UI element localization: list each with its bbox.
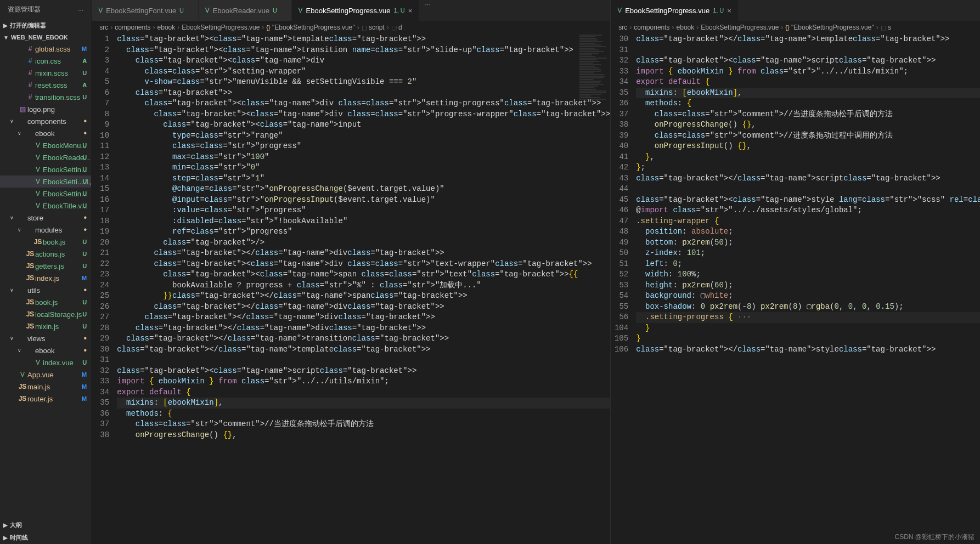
sidebar: 资源管理器 ··· ▶ 打开的编辑器 ▼ WEB_NEW_EBOOK #glob… (0, 0, 92, 544)
chevron-right-icon: ▶ (3, 522, 8, 528)
tree-item[interactable]: ∨modules• (0, 224, 91, 236)
sidebar-title: 资源管理器 (8, 5, 41, 14)
tab-overflow-icon[interactable]: ··· (419, 0, 436, 21)
breadcrumb-item[interactable]: {} "EbookSettingProgress.vue" (785, 24, 874, 31)
code-editor-right[interactable]: 3031323334353637383940414243444546474849… (611, 34, 980, 544)
section-project[interactable]: ▼ WEB_NEW_EBOOK (0, 32, 91, 43)
tree-item[interactable]: Vindex.vueU (0, 356, 91, 369)
chevron-right-icon: ▶ (3, 535, 8, 541)
tab[interactable]: VEbookSettingProgress.vue1, U× (611, 0, 739, 21)
code-editor-left[interactable]: 1234567891011121314151617181920212223242… (92, 34, 610, 544)
tabs-right: VEbookSettingProgress.vue1, U× (611, 0, 980, 21)
tree-item[interactable]: ∨store• (0, 212, 91, 224)
breadcrumb-right[interactable]: src›components›ebook›EbookSettingProgres… (611, 21, 980, 34)
tree-item[interactable]: #reset.scssA (0, 79, 91, 91)
editor-area: VEbookSettingFont.vueU×VEbookReader.vueU… (92, 0, 980, 544)
tab[interactable]: VEbookSettingProgress.vue1, U× (292, 0, 420, 21)
tree-item[interactable]: JSlocalStorage.jsU (0, 308, 91, 320)
code-right[interactable]: class="tag-bracket"></class="tag-name">t… (636, 34, 980, 544)
gutter-right: 3031323334353637383940414243444546474849… (611, 34, 636, 544)
section-open-editors[interactable]: ▶ 打开的编辑器 (0, 19, 91, 32)
breadcrumb-item[interactable]: ⬚ script (362, 24, 385, 31)
tree-item[interactable]: JSgetters.jsU (0, 260, 91, 272)
tree-item[interactable]: JSactions.jsU (0, 248, 91, 260)
tabs-left: VEbookSettingFont.vueU×VEbookReader.vueU… (92, 0, 610, 21)
breadcrumb-item[interactable]: ebook (157, 24, 176, 31)
breadcrumb-left[interactable]: src›components›ebook›EbookSettingProgres… (92, 21, 610, 34)
sidebar-more-icon[interactable]: ··· (78, 6, 83, 14)
tree-item[interactable]: JSmixin.jsU (0, 320, 91, 332)
section-outline[interactable]: ▶ 大纲 (0, 519, 91, 531)
section-timeline[interactable]: ▶ 时间线 (0, 531, 91, 544)
file-tree[interactable]: #global.scssM#icon.cssA#mixin.scssU#rese… (0, 43, 91, 519)
close-icon[interactable]: × (408, 7, 413, 15)
tree-item[interactable]: VEbookTitle.v...U (0, 200, 91, 212)
tree-item[interactable]: ∨ebook• (0, 127, 91, 139)
tree-item[interactable]: JSmain.jsM (0, 381, 91, 393)
gutter-left: 1234567891011121314151617181920212223242… (92, 34, 117, 544)
breadcrumb-item[interactable]: ebook (677, 24, 695, 31)
minimap-left[interactable] (577, 34, 610, 100)
tree-item[interactable]: #icon.cssA (0, 55, 91, 67)
tree-item[interactable]: ∨utils• (0, 284, 91, 296)
editor-pane-left: VEbookSettingFont.vueU×VEbookReader.vueU… (92, 0, 611, 544)
breadcrumb-item[interactable]: ⬚ s (881, 24, 891, 31)
tree-item[interactable]: VEbookSettin...U (0, 163, 91, 175)
watermark: CSDN @彩虹桥下的小淅猪 (894, 532, 975, 542)
chevron-down-icon: ▼ (3, 35, 9, 41)
breadcrumb-item[interactable]: components (634, 24, 669, 31)
tree-item[interactable]: VEbookSetti... 1,U (0, 175, 91, 188)
tree-item[interactable]: #transition.scssU (0, 91, 91, 103)
close-icon[interactable]: × (727, 7, 731, 15)
tree-item[interactable]: #mixin.scssU (0, 67, 91, 79)
breadcrumb-item[interactable]: {} "EbookSettingProgress.vue" (266, 24, 354, 31)
tab[interactable]: VEbookSettingFont.vueU× (92, 0, 198, 21)
breadcrumb-item[interactable]: EbookSettingProgress.vue (701, 24, 779, 31)
tab[interactable]: VEbookReader.vueU× (199, 0, 292, 21)
vue-icon: V (298, 7, 303, 14)
tree-item[interactable]: JSrouter.jsM (0, 393, 91, 405)
breadcrumb-item[interactable]: src (99, 24, 108, 31)
breadcrumb-item[interactable]: EbookSettingProgress.vue (182, 24, 260, 31)
vue-icon: V (617, 7, 622, 14)
tree-item[interactable]: VEbookMenu...U (0, 139, 91, 151)
chevron-right-icon: ▶ (3, 22, 8, 29)
tree-item[interactable]: ▧logo.png (0, 103, 91, 115)
tree-item[interactable]: #global.scssM (0, 43, 91, 55)
breadcrumb-item[interactable]: ⬚ d (391, 24, 402, 31)
editor-pane-right: VEbookSettingProgress.vue1, U× src›compo… (611, 0, 980, 544)
tree-item[interactable]: JSbook.jsU (0, 296, 91, 308)
tree-item[interactable]: JSindex.jsM (0, 272, 91, 284)
breadcrumb-item[interactable]: components (115, 24, 150, 31)
code-left[interactable]: class="tag-bracket"><class="tag-name">te… (117, 34, 610, 544)
vue-icon: V (98, 7, 103, 14)
sidebar-header: 资源管理器 ··· (0, 0, 91, 19)
breadcrumb-item[interactable]: src (618, 24, 627, 31)
tree-item[interactable]: ∨ebook• (0, 344, 91, 356)
tree-item[interactable]: VEbookSettin...U (0, 188, 91, 200)
tree-item[interactable]: VEbookReade...U (0, 151, 91, 163)
tree-item[interactable]: JSbook.jsU (0, 236, 91, 248)
vue-icon: V (205, 7, 210, 14)
tree-item[interactable]: VApp.vueM (0, 369, 91, 381)
tree-item[interactable]: ∨views• (0, 332, 91, 344)
tree-item[interactable]: ∨components• (0, 115, 91, 127)
